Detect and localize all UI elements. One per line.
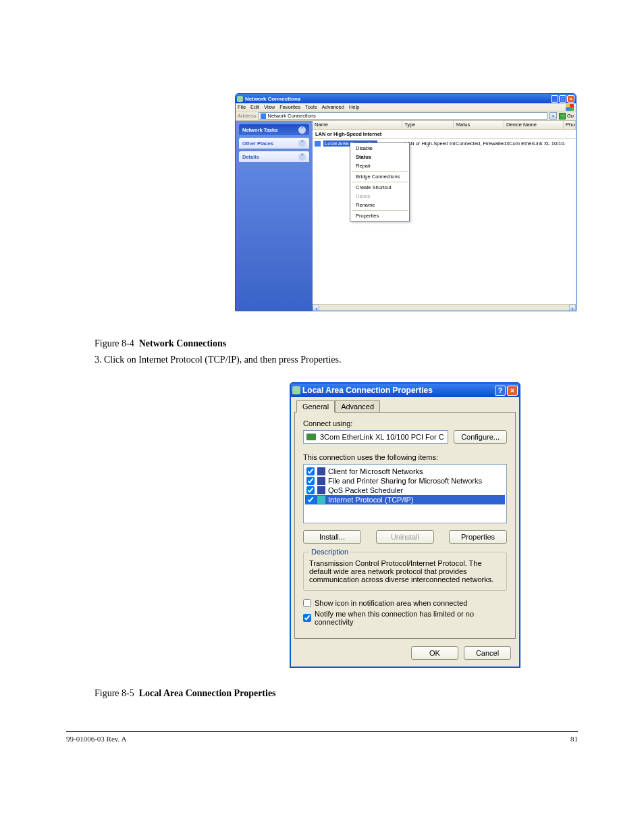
fileshare-icon [317, 477, 325, 485]
ctx-properties[interactable]: Properties [350, 211, 409, 220]
col-name[interactable]: Name [313, 121, 402, 129]
footer-right: 81 [570, 735, 578, 743]
ctx-status[interactable]: Status [350, 153, 409, 161]
panel-details[interactable]: Details ˅ [239, 151, 309, 162]
chevron-down-icon: ˅ [298, 153, 306, 161]
menu-bar: File Edit View Favorites Tools Advanced … [236, 103, 576, 111]
show-icon-label: Show icon in notification area when conn… [315, 599, 467, 607]
dialog-title: Local Area Connection Properties [302, 386, 433, 395]
configure-button[interactable]: Configure... [454, 430, 507, 444]
column-headers[interactable]: Name Type Status Device Name Phone # [313, 121, 576, 130]
connection-icon [315, 141, 321, 147]
item-fileshare-check[interactable] [306, 477, 315, 485]
item-qos[interactable]: QoS Packet Scheduler [305, 486, 505, 495]
network-icon [261, 113, 266, 119]
panel-other-places[interactable]: Other Places ˅ [239, 138, 309, 149]
menu-view[interactable]: View [264, 104, 275, 110]
context-menu: Disable Status Repair Bridge Connections… [350, 142, 410, 221]
connections-list: Name Type Status Device Name Phone # LAN… [313, 121, 576, 311]
ctx-shortcut[interactable]: Create Shortcut [350, 183, 409, 192]
address-bar: Address Network Connections ▾ → Go [236, 111, 576, 121]
ctx-bridge[interactable]: Bridge Connections [350, 172, 409, 181]
page-footer: 99-01006-03 Rev. A 81 [66, 731, 578, 743]
properties-button[interactable]: Properties [449, 530, 507, 544]
items-listbox[interactable]: Client for Microsoft Networks File and P… [303, 464, 507, 523]
tab-advanced[interactable]: Advanced [335, 400, 380, 412]
item-qos-check[interactable] [306, 486, 315, 494]
menu-advanced[interactable]: Advanced [322, 104, 344, 110]
windows-logo-icon [566, 104, 574, 111]
group-header: LAN or High-Speed Internet [313, 130, 576, 139]
help-button[interactable]: ? [495, 386, 506, 396]
ok-button[interactable]: OK [411, 646, 458, 660]
scroll-right-button[interactable]: ▸ [569, 305, 576, 311]
address-value: Network Connections [268, 113, 316, 119]
maximize-button[interactable]: □ [559, 95, 566, 103]
figure-caption-2: Figure 8-5 Local Area Connection Propert… [95, 688, 644, 699]
cancel-button[interactable]: Cancel [464, 646, 511, 660]
item-client-check[interactable] [306, 467, 315, 475]
adapter-field[interactable]: 3Com EtherLink XL 10/100 PCI For C [303, 430, 448, 444]
item-client[interactable]: Client for Microsoft Networks [305, 467, 505, 476]
window-titlebar[interactable]: Network Connections _ □ × [236, 94, 576, 103]
ctx-disable[interactable]: Disable [350, 144, 409, 153]
dialog-footer: OK Cancel [291, 642, 519, 667]
tab-strip: General Advanced [296, 400, 516, 412]
connection-device: 3Com EtherLink XL 10/10… [506, 140, 566, 147]
go-arrow-icon: → [559, 113, 566, 120]
tab-general[interactable]: General [296, 400, 335, 413]
col-phone[interactable]: Phone # [564, 121, 576, 129]
menu-favorites[interactable]: Favorites [279, 104, 300, 110]
notify-label: Notify me when this connection has limit… [315, 610, 507, 626]
menu-tools[interactable]: Tools [305, 104, 317, 110]
col-status[interactable]: Status [454, 121, 504, 129]
close-button[interactable]: × [567, 95, 574, 103]
description-legend: Description [309, 548, 350, 556]
connection-type: LAN or High-Speed Inter… [404, 140, 456, 147]
chevron-up-icon: ˄ [298, 126, 306, 134]
uninstall-button: Uninstall [376, 530, 434, 544]
ctx-rename[interactable]: Rename [350, 201, 409, 209]
window-title: Network Connections [245, 96, 300, 102]
ctx-repair[interactable]: Repair [350, 161, 409, 170]
item-fileshare[interactable]: File and Printer Sharing for Microsoft N… [305, 476, 505, 486]
address-dropdown[interactable]: ▾ [549, 112, 557, 120]
tasks-pane: Network Tasks ˄ Other Places ˅ Details ˅ [236, 121, 313, 311]
step-instruction: 3. Click on Internet Protocol (TCP/IP), … [95, 355, 644, 365]
dialog-icon [292, 386, 300, 394]
connection-status: Connected, Firewalled [456, 140, 506, 147]
notify-checkbox[interactable] [303, 614, 311, 622]
chevron-down-icon: ˅ [298, 140, 306, 147]
description-group: Description Transmission Control Protoco… [303, 552, 507, 591]
item-tcpip-check[interactable] [306, 496, 315, 504]
address-label: Address [238, 113, 257, 119]
figure-caption-1: Figure 8-4 Network Connections [95, 338, 644, 349]
minimize-button[interactable]: _ [551, 95, 558, 103]
item-tcpip[interactable]: Internet Protocol (TCP/IP) [305, 495, 505, 504]
tab-page-general: Connect using: 3Com EtherLink XL 10/100 … [294, 412, 516, 639]
menu-help[interactable]: Help [349, 104, 359, 110]
nic-icon [306, 434, 316, 440]
panel-network-tasks[interactable]: Network Tasks ˄ [239, 124, 309, 135]
lac-properties-dialog: Local Area Connection Properties ? × Gen… [290, 382, 520, 668]
col-device[interactable]: Device Name [504, 121, 564, 129]
install-button[interactable]: Install... [303, 530, 361, 544]
adapter-name: 3Com EtherLink XL 10/100 PCI For C [320, 433, 444, 441]
ctx-delete: Delete [350, 192, 409, 201]
description-text: Transmission Control Protocol/Internet P… [309, 559, 501, 583]
col-type[interactable]: Type [402, 121, 454, 129]
tcpip-icon [317, 496, 325, 504]
horizontal-scrollbar[interactable]: ◂ ▸ [313, 304, 576, 311]
menu-file[interactable]: File [238, 104, 246, 110]
dialog-titlebar[interactable]: Local Area Connection Properties ? × [291, 384, 519, 397]
qos-icon [317, 486, 325, 494]
close-button[interactable]: × [507, 386, 518, 396]
label-connect-using: Connect using: [303, 419, 507, 427]
go-button[interactable]: → Go [559, 113, 574, 120]
show-icon-checkbox[interactable] [303, 599, 311, 607]
client-icon [317, 467, 325, 475]
menu-edit[interactable]: Edit [250, 104, 259, 110]
window-icon [237, 96, 243, 102]
address-field[interactable]: Network Connections [259, 112, 547, 120]
scroll-left-button[interactable]: ◂ [313, 305, 319, 311]
